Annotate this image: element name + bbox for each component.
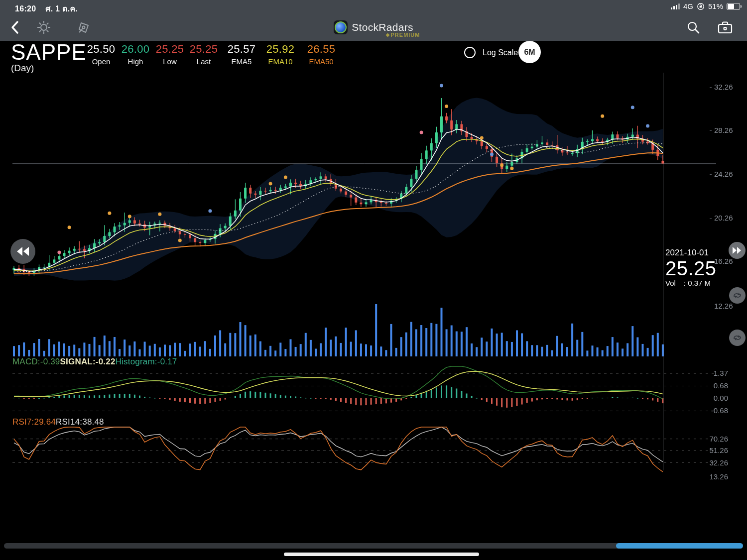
price-axis-label: 20.26	[714, 214, 733, 222]
rsi-axis-label: 51.26	[696, 446, 728, 454]
app-icon	[334, 20, 348, 34]
field-ema50: 26.55 EMA50	[300, 43, 343, 66]
compare-cycle-button-1[interactable]	[729, 287, 746, 304]
radio-circle-icon[interactable]	[464, 47, 476, 58]
search-icon	[686, 20, 701, 35]
nav-bar: StockRadars PREMIUM	[0, 14, 747, 41]
chart-scrollbar[interactable]	[4, 543, 743, 549]
loop-arrows-icon	[733, 292, 742, 299]
crosshair-date: 2021-10-01	[665, 248, 717, 258]
battery-icon	[727, 3, 740, 10]
macd-values-label: MACD:-0.39SIGNAL:-0.22Histogram:-0.17	[12, 357, 177, 367]
stockradars-chart-screen: 16:20 ศ. 1 ต.ค. 4G 51%	[0, 0, 747, 560]
price-axis-label: 28.26	[714, 126, 733, 134]
price-axis-label: 16.26	[714, 257, 733, 265]
crosshair-price: 25.25	[665, 258, 717, 279]
app-logo: StockRadars PREMIUM	[0, 14, 747, 41]
rsi-axis-label: 32.26	[696, 458, 728, 467]
home-indicator[interactable]	[284, 553, 479, 556]
chart-scrollbar-thumb[interactable]	[616, 543, 743, 549]
status-date: ศ. 1 ต.ค.	[45, 4, 78, 13]
loop-arrows-icon	[733, 334, 742, 341]
field-ema5: 25.57 EMA5	[220, 43, 263, 66]
price-axis-label: 24.26	[714, 170, 733, 178]
log-scale-toggle[interactable]: Log Scale	[464, 47, 518, 58]
jump-latest-button[interactable]	[729, 242, 746, 259]
signal-strength-icon	[671, 3, 680, 9]
macd-axis-label: 0.00	[696, 394, 728, 402]
crosshair-volume: Vol : 0.37 M	[665, 279, 717, 287]
crosshair-readout: 2021-10-01 25.25 Vol : 0.37 M	[665, 248, 717, 287]
rsi-values-label: RSI7:29.64RSI14:38.48	[12, 417, 104, 427]
price-axis-label: 12.26	[714, 302, 733, 310]
status-bar: 16:20 ศ. 1 ต.ค. 4G 51%	[0, 0, 747, 14]
search-button[interactable]	[681, 14, 705, 41]
macd-axis-label: -0.68	[696, 406, 728, 415]
field-last: 25.25 Last	[182, 43, 225, 66]
scroll-left-button[interactable]	[10, 239, 35, 264]
fast-forward-icon	[732, 246, 742, 254]
portfolio-button[interactable]	[712, 14, 738, 41]
battery-percent: 51%	[708, 2, 723, 10]
premium-badge: PREMIUM	[386, 32, 420, 38]
price-chart-canvas[interactable]	[0, 0, 747, 560]
compare-cycle-button-2[interactable]	[729, 330, 746, 346]
timeframe-label: (Day)	[11, 63, 34, 74]
rsi-axis-label: 70.26	[696, 435, 728, 443]
network-type: 4G	[683, 2, 693, 10]
rsi-axis-label: 13.26	[696, 472, 728, 481]
top-bar: 16:20 ศ. 1 ต.ค. 4G 51%	[0, 0, 747, 41]
rotation-lock-icon	[697, 2, 705, 10]
field-ema10: 25.92 EMA10	[259, 43, 302, 66]
diamond-icon	[385, 33, 389, 37]
range-6m-button[interactable]: 6M	[518, 41, 541, 63]
briefcase-icon	[717, 20, 734, 35]
clock: 16:20	[15, 4, 36, 13]
macd-axis-label: 0.68	[696, 381, 728, 390]
symbol-header: SAPPE (Day) 25.50 Open 26.00 High 25.25 …	[0, 41, 747, 75]
rewind-icon	[16, 246, 30, 257]
symbol-name: SAPPE	[11, 40, 87, 65]
macd-axis-label: 1.37	[696, 369, 728, 377]
price-axis-label: 32.26	[714, 83, 733, 91]
